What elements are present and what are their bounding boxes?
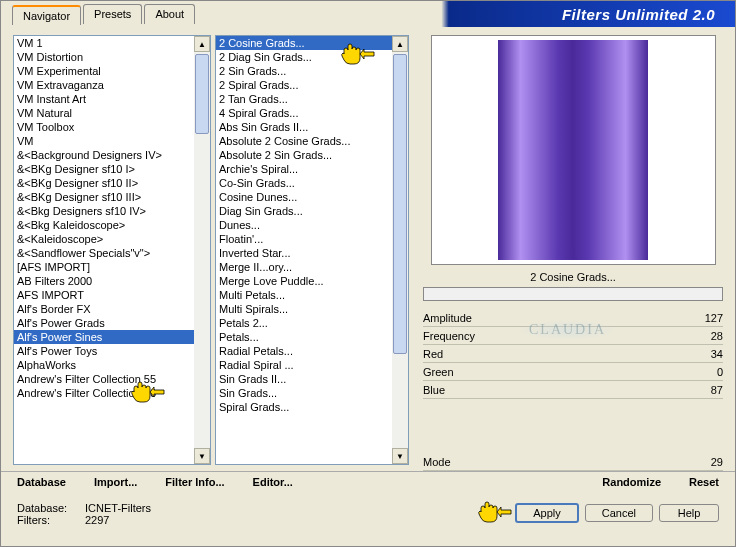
apply-button[interactable]: Apply (515, 503, 579, 523)
param-label: Green (423, 366, 693, 378)
category-item[interactable]: Alf's Power Grads (14, 316, 210, 330)
filter-item[interactable]: Petals... (216, 330, 408, 344)
filter-item[interactable]: Sin Grads... (216, 386, 408, 400)
param-mode[interactable]: Mode 29 (423, 453, 723, 471)
filter-list[interactable]: 2 Cosine Grads...2 Diag Sin Grads...2 Si… (215, 35, 409, 465)
filter-item[interactable]: Spiral Grads... (216, 400, 408, 414)
menu-randomize[interactable]: Randomize (602, 476, 661, 488)
filter-item[interactable]: Radial Petals... (216, 344, 408, 358)
filter-item[interactable]: Inverted Star... (216, 246, 408, 260)
filter-item[interactable]: Dunes... (216, 218, 408, 232)
param-value: 34 (693, 348, 723, 360)
category-item[interactable]: AFS IMPORT (14, 288, 210, 302)
scroll-up-icon[interactable]: ▲ (194, 36, 210, 52)
category-item[interactable]: Alf's Power Sines (14, 330, 210, 344)
filter-item[interactable]: Diag Sin Grads... (216, 204, 408, 218)
db-label: Database: (17, 502, 77, 514)
filter-item[interactable]: Floatin'... (216, 232, 408, 246)
category-item[interactable]: VM (14, 134, 210, 148)
category-item[interactable]: VM Instant Art (14, 92, 210, 106)
category-item[interactable]: Andrew's Filter Collection 56 (14, 386, 210, 400)
menu-database[interactable]: Database (17, 476, 66, 488)
category-item[interactable]: VM 1 (14, 36, 210, 50)
scroll-down-icon[interactable]: ▼ (194, 448, 210, 464)
param-label: Red (423, 348, 693, 360)
filter-item[interactable]: Absolute 2 Sin Grads... (216, 148, 408, 162)
category-item[interactable]: VM Distortion (14, 50, 210, 64)
db-value: ICNET-Filters (85, 502, 151, 514)
scroll-down-icon[interactable]: ▼ (392, 448, 408, 464)
filter-item[interactable]: 2 Cosine Grads... (216, 36, 408, 50)
progress-bar (423, 287, 723, 301)
category-item[interactable]: Alf's Border FX (14, 302, 210, 316)
tab-presets[interactable]: Presets (83, 4, 142, 24)
category-scrollbar[interactable]: ▲ ▼ (194, 36, 210, 464)
filter-item[interactable]: Co-Sin Grads... (216, 176, 408, 190)
category-item[interactable]: &<Background Designers IV> (14, 148, 210, 162)
filter-item[interactable]: Cosine Dunes... (216, 190, 408, 204)
menu-bar: Database Import... Filter Info... Editor… (1, 471, 735, 492)
filter-item[interactable]: 2 Sin Grads... (216, 64, 408, 78)
param-frequency[interactable]: Frequency28 (423, 327, 723, 345)
filter-item[interactable]: Radial Spiral ... (216, 358, 408, 372)
category-item[interactable]: &<BKg Designer sf10 I> (14, 162, 210, 176)
filter-item[interactable]: Abs Sin Grads II... (216, 120, 408, 134)
category-item[interactable]: VM Toolbox (14, 120, 210, 134)
footer-info: Database:ICNET-Filters Filters:2297 (17, 502, 477, 526)
filters-count-label: Filters: (17, 514, 77, 526)
filter-item[interactable]: 4 Spiral Grads... (216, 106, 408, 120)
tab-strip: Navigator Presets About (12, 4, 197, 24)
category-item[interactable]: &<BKg Designer sf10 III> (14, 190, 210, 204)
category-item[interactable]: &<Bkg Kaleidoscope> (14, 218, 210, 232)
filter-item[interactable]: Multi Petals... (216, 288, 408, 302)
cancel-button[interactable]: Cancel (585, 504, 653, 522)
preview-label: 2 Cosine Grads... (423, 271, 723, 283)
filter-item[interactable]: Multi Spirals... (216, 302, 408, 316)
filter-item[interactable]: Archie's Spiral... (216, 162, 408, 176)
scroll-up-icon[interactable]: ▲ (392, 36, 408, 52)
tab-navigator[interactable]: Navigator (12, 5, 81, 25)
pointer-icon (130, 380, 166, 406)
category-list[interactable]: VM 1VM DistortionVM ExperimentalVM Extra… (13, 35, 211, 465)
category-item[interactable]: Alf's Power Toys (14, 344, 210, 358)
category-item[interactable]: &<Sandflower Specials"v"> (14, 246, 210, 260)
menu-editor[interactable]: Editor... (253, 476, 293, 488)
parameter-panel: Amplitude127Frequency28Red34Green0Blue87 (423, 309, 723, 439)
param-value: 127 (693, 312, 723, 324)
category-item[interactable]: VM Extravaganza (14, 78, 210, 92)
filter-item[interactable]: Petals 2... (216, 316, 408, 330)
category-item[interactable]: VM Natural (14, 106, 210, 120)
param-green[interactable]: Green0 (423, 363, 723, 381)
tab-about[interactable]: About (144, 4, 195, 24)
category-item[interactable]: VM Experimental (14, 64, 210, 78)
scroll-thumb[interactable] (393, 54, 407, 354)
preview-canvas (431, 35, 716, 265)
filter-item[interactable]: Sin Grads II... (216, 372, 408, 386)
scroll-thumb[interactable] (195, 54, 209, 134)
param-red[interactable]: Red34 (423, 345, 723, 363)
param-label: Blue (423, 384, 693, 396)
param-amplitude[interactable]: Amplitude127 (423, 309, 723, 327)
filter-item[interactable]: Merge Love Puddle... (216, 274, 408, 288)
filter-item[interactable]: 2 Diag Sin Grads... (216, 50, 408, 64)
preview-image (498, 40, 648, 260)
menu-import[interactable]: Import... (94, 476, 137, 488)
category-item[interactable]: &<Bkg Designers sf10 IV> (14, 204, 210, 218)
category-item[interactable]: &<Kaleidoscope> (14, 232, 210, 246)
param-label: Frequency (423, 330, 693, 342)
menu-filter-info[interactable]: Filter Info... (165, 476, 224, 488)
filter-item[interactable]: Absolute 2 Cosine Grads... (216, 134, 408, 148)
category-item[interactable]: [AFS IMPORT] (14, 260, 210, 274)
help-button[interactable]: Help (659, 504, 719, 522)
category-item[interactable]: AB Filters 2000 (14, 274, 210, 288)
param-blue[interactable]: Blue87 (423, 381, 723, 399)
filter-item[interactable]: 2 Spiral Grads... (216, 78, 408, 92)
filter-item[interactable]: 2 Tan Grads... (216, 92, 408, 106)
filter-scrollbar[interactable]: ▲ ▼ (392, 36, 408, 464)
category-item[interactable]: AlphaWorks (14, 358, 210, 372)
param-label: Mode (423, 456, 693, 468)
filter-item[interactable]: Merge II...ory... (216, 260, 408, 274)
category-item[interactable]: Andrew's Filter Collection 55 (14, 372, 210, 386)
category-item[interactable]: &<BKg Designer sf10 II> (14, 176, 210, 190)
menu-reset[interactable]: Reset (689, 476, 719, 488)
